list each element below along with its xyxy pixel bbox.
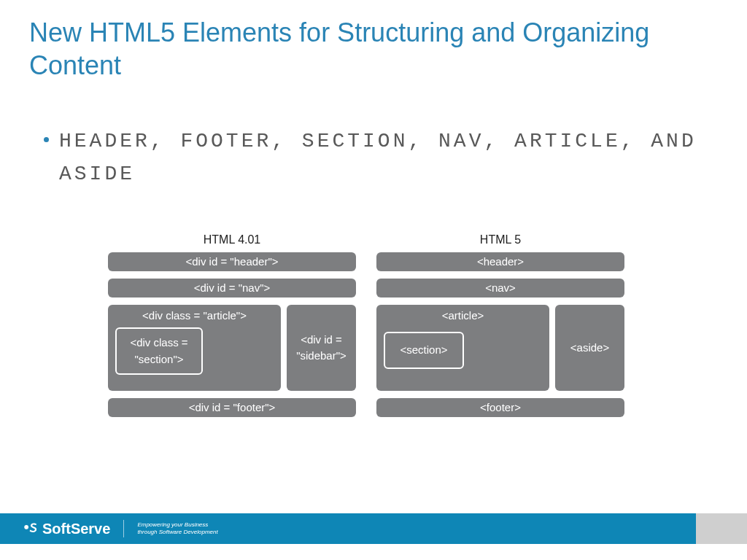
- article-label: <article>: [442, 309, 484, 322]
- slide-title: New HTML5 Elements for Structuring and O…: [0, 0, 747, 82]
- box-article: <div class = "article"> <div class = "se…: [108, 305, 281, 391]
- brand-footer-main: SoftServe Empowering your Business throu…: [0, 513, 696, 544]
- brand-footer-accent: [696, 513, 747, 544]
- box-nav: <nav>: [376, 279, 624, 298]
- box-header: <div id = "header">: [108, 252, 356, 271]
- comparison-diagram: HTML 4.01 <div id = "header"> <div id = …: [108, 233, 648, 424]
- bullet-dot-icon: [44, 137, 49, 142]
- box-sidebar: <div id = "sidebar">: [287, 305, 356, 391]
- box-section: <div class = "section">: [115, 327, 203, 375]
- bullet-area: Header, Footer, Section, Nav, Article, a…: [0, 82, 747, 191]
- mid-row: <div class = "article"> <div class = "se…: [108, 305, 356, 391]
- box-section: <section>: [384, 332, 464, 369]
- slide: New HTML5 Elements for Structuring and O…: [0, 0, 747, 560]
- box-footer: <footer>: [376, 398, 624, 417]
- brand-name: SoftServe: [42, 521, 110, 537]
- mid-row: <article> <section> <aside>: [376, 305, 624, 391]
- brand-tagline-line2: through Software Development: [137, 529, 217, 536]
- brand-tagline: Empowering your Business through Softwar…: [137, 521, 217, 537]
- brand-footer: SoftServe Empowering your Business throu…: [0, 513, 747, 544]
- bullet-text: Header, Footer, Section, Nav, Article, a…: [59, 125, 718, 191]
- col-title-html5: HTML 5: [376, 233, 624, 246]
- brand-logo: SoftServe: [23, 521, 110, 537]
- box-header: <header>: [376, 252, 624, 271]
- box-aside: <aside>: [555, 305, 624, 391]
- col-title-html4: HTML 4.01: [108, 233, 356, 246]
- brand-tagline-line1: Empowering your Business: [137, 521, 217, 529]
- article-label: <div class = "article">: [142, 309, 247, 322]
- diagram-col-html4: HTML 4.01 <div id = "header"> <div id = …: [108, 233, 356, 424]
- brand-logo-icon: [23, 521, 38, 536]
- box-footer: <div id = "footer">: [108, 398, 356, 417]
- brand-divider: [123, 520, 124, 537]
- box-article: <article> <section>: [376, 305, 549, 391]
- bullet-item: Header, Footer, Section, Nav, Article, a…: [44, 125, 718, 191]
- box-nav: <div id = "nav">: [108, 279, 356, 298]
- diagram-col-html5: HTML 5 <header> <nav> <article> <section…: [376, 233, 624, 424]
